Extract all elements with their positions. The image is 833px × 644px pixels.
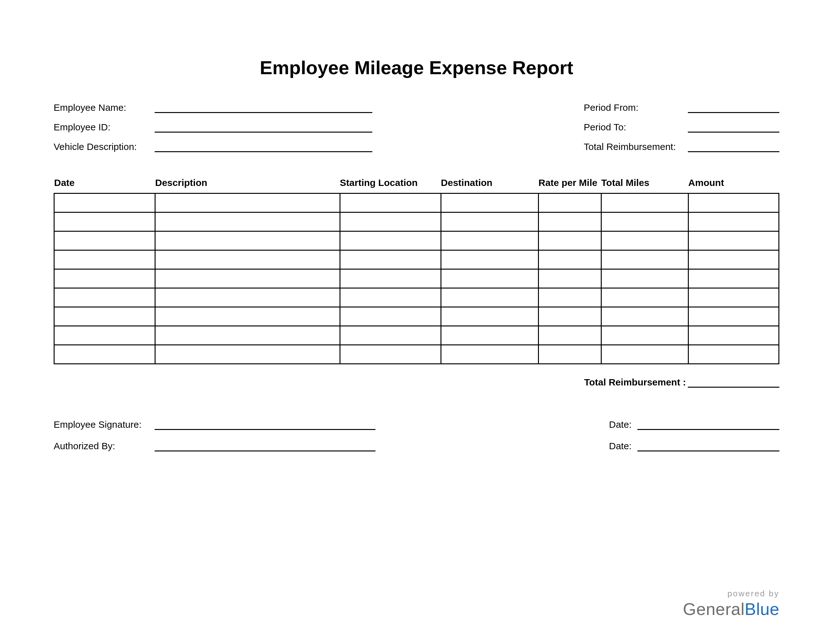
branding-logo: powered by GeneralBlue (683, 589, 779, 619)
cell-destination[interactable] (441, 326, 538, 345)
cell-amount[interactable] (688, 250, 779, 269)
cell-description[interactable] (155, 288, 340, 307)
cell-description[interactable] (155, 307, 340, 326)
label-employee-signature: Employee Signature: (54, 419, 154, 430)
cell-destination[interactable] (441, 269, 538, 288)
cell-rate_per_mile[interactable] (538, 212, 601, 231)
input-total-reimbursement-top[interactable] (688, 143, 779, 152)
cell-starting_location[interactable] (340, 250, 441, 269)
input-period-to[interactable] (688, 123, 779, 133)
cell-total_miles[interactable] (601, 250, 688, 269)
branding-name: GeneralBlue (683, 599, 779, 619)
cell-total_miles[interactable] (601, 212, 688, 231)
cell-amount[interactable] (688, 269, 779, 288)
cell-rate_per_mile[interactable] (538, 345, 601, 364)
cell-starting_location[interactable] (340, 345, 441, 364)
cell-total_miles[interactable] (601, 345, 688, 364)
cell-starting_location[interactable] (340, 307, 441, 326)
cell-destination[interactable] (441, 250, 538, 269)
cell-date[interactable] (54, 212, 155, 231)
field-period-from: Period From: (584, 102, 779, 113)
field-period-to: Period To: (584, 122, 779, 133)
total-reimbursement-row: Total Reimbursement : (54, 377, 779, 388)
input-employee-id[interactable] (154, 123, 372, 133)
th-amount: Amount (688, 177, 779, 193)
cell-description[interactable] (155, 212, 340, 231)
cell-total_miles[interactable] (601, 231, 688, 250)
cell-destination[interactable] (441, 288, 538, 307)
cell-total_miles[interactable] (601, 193, 688, 212)
input-period-from[interactable] (688, 103, 779, 113)
cell-total_miles[interactable] (601, 288, 688, 307)
input-signature-date-1[interactable] (637, 420, 779, 430)
cell-total_miles[interactable] (601, 269, 688, 288)
cell-starting_location[interactable] (340, 269, 441, 288)
cell-amount[interactable] (688, 326, 779, 345)
cell-total_miles[interactable] (601, 307, 688, 326)
cell-date[interactable] (54, 231, 155, 250)
cell-description[interactable] (155, 250, 340, 269)
label-total-reimbursement-top: Total Reimbursement: (584, 142, 688, 152)
cell-date[interactable] (54, 288, 155, 307)
cell-date[interactable] (54, 326, 155, 345)
cell-description[interactable] (155, 345, 340, 364)
label-employee-id: Employee ID: (54, 122, 154, 133)
cell-amount[interactable] (688, 212, 779, 231)
input-employee-signature[interactable] (154, 420, 375, 430)
cell-description[interactable] (155, 326, 340, 345)
field-employee-id: Employee ID: (54, 122, 372, 133)
cell-destination[interactable] (441, 212, 538, 231)
cell-destination[interactable] (441, 231, 538, 250)
cell-total_miles[interactable] (601, 326, 688, 345)
cell-starting_location[interactable] (340, 212, 441, 231)
cell-description[interactable] (155, 269, 340, 288)
cell-rate_per_mile[interactable] (538, 269, 601, 288)
signature-right: Date: Date: (609, 419, 779, 451)
cell-date[interactable] (54, 269, 155, 288)
table-row (54, 250, 779, 269)
cell-starting_location[interactable] (340, 193, 441, 212)
table-row (54, 326, 779, 345)
cell-date[interactable] (54, 193, 155, 212)
cell-rate_per_mile[interactable] (538, 193, 601, 212)
input-total-reimbursement-bottom[interactable] (688, 378, 779, 388)
signature-block: Employee Signature: Authorized By: Date:… (54, 419, 779, 451)
cell-description[interactable] (155, 231, 340, 250)
cell-rate_per_mile[interactable] (538, 326, 601, 345)
cell-destination[interactable] (441, 307, 538, 326)
cell-rate_per_mile[interactable] (538, 307, 601, 326)
cell-amount[interactable] (688, 193, 779, 212)
mileage-table: Date Description Starting Location Desti… (54, 177, 779, 364)
label-period-from: Period From: (584, 102, 688, 113)
input-vehicle-description[interactable] (154, 143, 372, 152)
table-row (54, 307, 779, 326)
cell-description[interactable] (155, 193, 340, 212)
cell-date[interactable] (54, 250, 155, 269)
cell-destination[interactable] (441, 193, 538, 212)
cell-rate_per_mile[interactable] (538, 231, 601, 250)
cell-starting_location[interactable] (340, 288, 441, 307)
table-row (54, 231, 779, 250)
field-authorized-by: Authorized By: (54, 441, 375, 451)
cell-starting_location[interactable] (340, 326, 441, 345)
th-description: Description (155, 177, 340, 193)
cell-destination[interactable] (441, 345, 538, 364)
th-destination: Destination (441, 177, 538, 193)
cell-date[interactable] (54, 345, 155, 364)
cell-amount[interactable] (688, 288, 779, 307)
cell-rate_per_mile[interactable] (538, 250, 601, 269)
th-total-miles: Total Miles (601, 177, 688, 193)
cell-date[interactable] (54, 307, 155, 326)
field-signature-date-2: Date: (609, 441, 779, 451)
cell-amount[interactable] (688, 307, 779, 326)
cell-starting_location[interactable] (340, 231, 441, 250)
branding-powered-by: powered by (683, 589, 779, 599)
input-authorized-by[interactable] (154, 442, 375, 451)
field-signature-date-1: Date: (609, 419, 779, 430)
cell-amount[interactable] (688, 231, 779, 250)
label-total-reimbursement-bottom: Total Reimbursement : (584, 377, 688, 388)
cell-rate_per_mile[interactable] (538, 288, 601, 307)
input-employee-name[interactable] (154, 103, 372, 113)
input-signature-date-2[interactable] (637, 442, 779, 451)
cell-amount[interactable] (688, 345, 779, 364)
